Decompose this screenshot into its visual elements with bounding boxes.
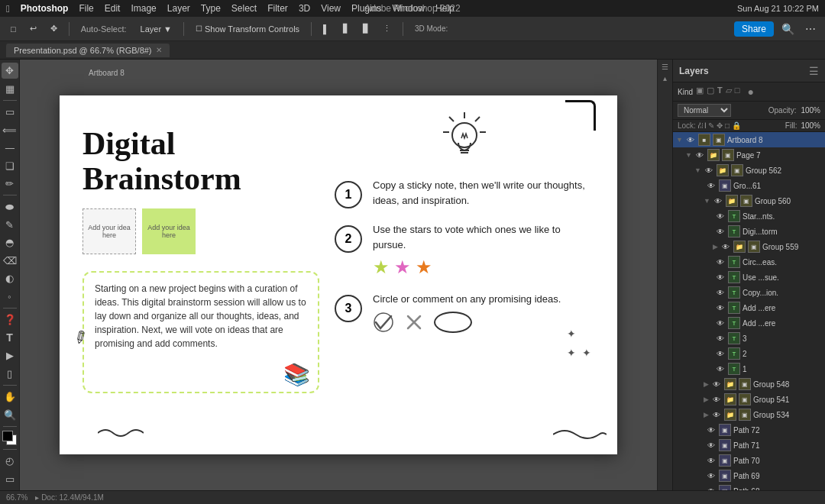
layer-item[interactable]: ▶👁📁▣Group 559 [673,239,825,254]
apple-menu[interactable]:  [6,3,10,15]
layer-visibility-icon[interactable]: 👁 [711,396,722,404]
layer-visibility-icon[interactable]: 👁 [715,334,726,343]
brush-tool[interactable]: ✎ [2,217,18,233]
eraser-tool[interactable]: ⌫ [2,253,18,269]
quick-select-tool[interactable]: ⸻ [2,140,18,156]
align-center-btn[interactable]: ▋ [338,22,354,35]
layer-item[interactable]: 👁▣Path 69 [673,468,825,483]
layer-item[interactable]: 👁T1 [673,361,825,376]
layer-expand-icon[interactable]: ▼ [704,197,710,205]
menu-file[interactable]: File [79,3,93,14]
layer-visibility-icon[interactable]: 👁 [706,472,717,480]
menu-filter[interactable]: Filter [267,3,288,14]
blend-mode-select[interactable]: Normal [678,104,731,117]
layer-visibility-icon[interactable]: 👁 [715,319,726,328]
filter-smart-icon[interactable]: □ [735,86,740,98]
layer-visibility-icon[interactable]: 👁 [715,304,726,312]
menu-photoshop[interactable]: Photoshop [21,3,69,14]
layer-visibility-icon[interactable]: 👁 [715,365,726,373]
shape-tool[interactable]: ▯ [2,365,18,381]
layer-visibility-icon[interactable]: 👁 [704,166,714,175]
lock-position-icon[interactable]: ✥ [717,121,723,130]
filter-enabled-toggle[interactable]: ● [747,86,753,98]
path-select-tool[interactable]: ▶ [2,347,18,363]
more-options-icon[interactable]: ⋯ [802,21,819,37]
layer-expand-icon[interactable]: ▶ [704,396,709,403]
layer-visibility-icon[interactable]: 👁 [720,243,731,251]
move-tool[interactable]: ✥ [2,63,18,79]
distribute-btn[interactable]: ⋮ [378,22,396,35]
layer-item[interactable]: 👁T2 [673,346,825,361]
layer-item[interactable]: 👁TAdd ...ere [673,315,825,331]
tab-close-icon[interactable]: ✕ [156,46,162,54]
layer-item[interactable]: 👁TCirc...eas. [673,254,825,270]
align-left-btn[interactable]: ▌ [319,23,334,35]
lock-artboard-icon[interactable]: □ [725,121,730,130]
gradient-tool[interactable]: ◐ [2,270,18,286]
layer-visibility-icon[interactable]: 👁 [713,197,723,205]
layer-item[interactable]: 👁TAdd ...ere [673,300,825,315]
layer-item[interactable]: 👁TDigi...torm [673,224,825,239]
layer-item[interactable]: 👁▣Path 71 [673,438,825,453]
filter-adjust-icon[interactable]: ▢ [707,86,714,98]
spot-heal-tool[interactable]: ⬬ [2,199,18,215]
eyedropper-tool[interactable]: ✏ [2,176,18,192]
layer-expand-icon[interactable]: ▼ [676,136,683,144]
layer-item[interactable]: 👁TStar...nts. [673,208,825,224]
lock-all-icon[interactable]: 🔒 [732,121,741,130]
layer-item[interactable]: 👁▣Path 70 [673,453,825,468]
layer-item[interactable]: 👁T3 [673,331,825,346]
menu-layer[interactable]: Layer [167,3,190,14]
layer-item[interactable]: 👁TUse ...sue. [673,270,825,285]
quick-mask-tool[interactable]: ◴ [2,453,18,469]
layers-panel-toggle[interactable]: ☰ [662,63,668,71]
layer-visibility-icon[interactable]: 👁 [706,457,717,465]
layer-visibility-icon[interactable]: 👁 [715,350,726,358]
layer-item[interactable]: ▼👁📁▣Group 562 [673,163,825,178]
layer-item[interactable]: 👁▣Path 72 [673,422,825,438]
dodge-tool[interactable]: ◦ [2,289,18,305]
layer-visibility-icon[interactable]: 👁 [715,273,726,282]
layer-visibility-icon[interactable]: 👁 [694,151,705,160]
layer-item[interactable]: ▶👁📁▣Group 541 [673,392,825,407]
layer-visibility-icon[interactable]: 👁 [706,182,717,190]
layer-item[interactable]: ▶👁📁▣Group 534 [673,407,825,422]
layer-item[interactable]: ▼👁📁▣Page 7 [673,147,825,163]
menu-3d[interactable]: 3D [299,3,310,14]
lock-transparency-icon[interactable]: ⛜ [698,121,706,130]
search-icon[interactable]: 🔍 [778,21,798,37]
marquee-rect-tool[interactable]: ▭ [2,104,18,120]
show-transform-checkbox[interactable]: ☐ Show Transform Controls [191,23,304,35]
layer-visibility-icon[interactable]: 👁 [706,426,717,435]
layer-expand-icon[interactable]: ▼ [694,166,701,174]
layer-item[interactable]: 👁▣Path 68 [673,483,825,490]
filter-pixel-icon[interactable]: ▣ [696,86,704,98]
align-right-btn[interactable]: ▊ [358,22,374,35]
layer-expand-icon[interactable]: ▶ [713,243,718,250]
layer-item[interactable]: ▶👁📁▣Group 548 [673,376,825,392]
layer-visibility-icon[interactable]: 👁 [711,380,722,389]
crop-tool[interactable]: ❏ [2,157,18,173]
menu-image[interactable]: Image [131,3,156,14]
clone-tool[interactable]: ◓ [2,234,18,250]
panel-menu-icon[interactable]: ☰ [809,65,819,77]
undo-btn[interactable]: ↩ [25,22,41,35]
type-tool[interactable]: T [2,329,18,345]
layer-visibility-icon[interactable]: 👁 [715,258,726,267]
lock-image-icon[interactable]: ✎ [708,121,714,130]
zoom-tool[interactable]: 🔍 [2,406,18,422]
layer-expand-icon[interactable]: ▶ [704,380,709,388]
menu-type[interactable]: Type [201,3,221,14]
move-btn[interactable]: ✥ [46,22,62,35]
layer-visibility-icon[interactable]: 👁 [685,136,696,144]
hand-tool[interactable]: ✋ [2,389,18,405]
layer-visibility-icon[interactable]: 👁 [715,228,726,236]
layer-visibility-icon[interactable]: 👁 [706,441,717,450]
filter-type-icon[interactable]: T [717,86,723,98]
artboard[interactable]: Digital Brainstorm Add your idea here Ad… [60,95,617,454]
auto-select-type[interactable]: Layer ▼ [136,23,176,35]
layer-expand-icon[interactable]: ▼ [685,151,692,159]
menu-view[interactable]: View [321,3,341,14]
new-doc-btn[interactable]: □ [6,23,21,35]
menu-edit[interactable]: Edit [105,3,121,14]
